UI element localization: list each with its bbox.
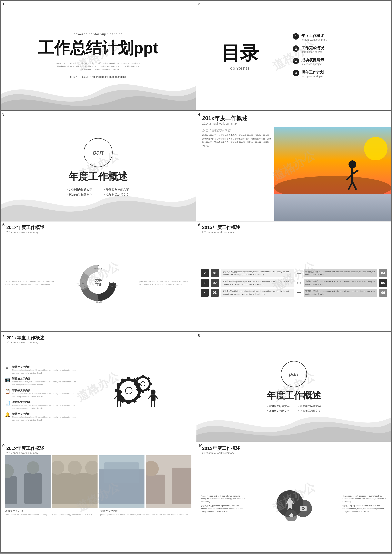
slide-3: 3 道格办公 part 年度工作概述 添加相关标题文字 添加相关标题文字 添加相…	[0, 111, 196, 221]
slide6-text-2: 请替换文字内容 please replace text, click add r…	[221, 279, 294, 287]
slide2-right: 1 年度工作概述 annual work summary 2 工作完成情况 co…	[284, 27, 392, 84]
slide3-big-circle: part	[84, 138, 112, 167]
svg-point-1	[364, 137, 387, 161]
svg-rect-82	[172, 468, 191, 504]
slide-number-5: 5	[2, 223, 5, 227]
slide10-title-cn: 201x年度工作概述	[202, 445, 386, 452]
slide6-text-r2: 请替换文字内容 please replace text, click add r…	[304, 279, 377, 287]
slide3-part-text: part	[93, 149, 103, 156]
slide10-right-1: Please replace text, click add relevant …	[342, 495, 387, 503]
slide-number-10: 10	[198, 443, 203, 448]
svg-text:文字内容: 文字内容	[79, 284, 87, 287]
slide7-header: 201x年度工作概述 201x annual work summary	[0, 332, 196, 345]
slide9-text-title-2: 请替换文字内容	[100, 509, 191, 513]
svg-text:03: 03	[82, 282, 84, 284]
slide2-left: 目录 contents	[196, 0, 284, 110]
slide10-left-1: Please replace text, click add relevant …	[201, 495, 246, 503]
slide6-text-3: 请替换文字内容 please replace text, click add r…	[221, 289, 294, 297]
slide9-img-3	[99, 455, 145, 508]
menu-text-1: 年度工作概述 annual work summary	[301, 33, 327, 41]
slide-grid: 1 道格办公 powerpoint start-up financing 工作总…	[0, 0, 392, 553]
menu-num-2: 2	[293, 45, 299, 52]
slide5-left-text: please replace text, click add relevant …	[5, 280, 57, 286]
slide-number-9: 9	[2, 443, 5, 448]
slide6-num-3: 03	[211, 289, 219, 297]
svg-rect-46	[142, 375, 144, 377]
svg-text:内容: 内容	[95, 282, 102, 286]
slide7-content: 🖥 请替换文字内容 Please replace text, click add…	[0, 345, 196, 442]
slide3-bullet-col1: 添加相关标题文字 添加相关标题文字	[67, 187, 92, 197]
svg-text:文字内容: 文字内容	[110, 284, 118, 287]
slide-4: 4 道格办公 201x年度工作概述 201x annual work summa…	[196, 111, 392, 221]
slide4-body: 请替换文字内容，点击请替换文字内容，请替换文字内容，请替换文字内容，请替换文字内…	[202, 134, 272, 148]
slide7-item-3: 📋 请替换文字内容 Please replace text, click add…	[5, 389, 80, 398]
svg-text:文字内容: 文字内容	[94, 268, 102, 270]
slide7-icon-1: 🖥	[5, 365, 10, 370]
slide6-icon-3: ✔	[201, 289, 209, 297]
svg-point-3	[349, 160, 356, 168]
svg-text:01: 01	[97, 265, 99, 267]
svg-rect-48	[149, 383, 152, 385]
slide-9: 9 道格办公 201x年度工作概述 201x annual work summa…	[0, 442, 196, 552]
slide6-row-1: ✔ 01 请替换文字内容 please replace text, click …	[201, 269, 387, 277]
slide9-img-2	[52, 455, 98, 508]
slide7-text-4: 请替换文字内容 Please replace text, click add r…	[12, 400, 80, 410]
slide4-header: 201x年度工作概述 201x annual work summary	[196, 111, 392, 127]
slide9-title-en: 201x annual work summary	[6, 452, 190, 455]
slide1-author: 汇报人：道格办公 report person: daogebangong	[70, 75, 126, 78]
slide9-text-body-1: please replace text, click add relevant …	[5, 513, 96, 516]
slide7-title-en: 201x annual work summary	[6, 341, 190, 344]
slide1-main-title: 工作总结计划ppt	[38, 37, 158, 59]
slide7-text-3: 请替换文字内容 Please replace text, click add r…	[12, 389, 80, 398]
slide10-left-2: 请替换文字内容 Please replace text, click add r…	[201, 504, 246, 513]
slide3-bullet-2-2: 添加相关标题文字	[104, 193, 129, 197]
svg-line-63	[155, 396, 158, 399]
svg-line-56	[114, 396, 117, 399]
slide5-content: please replace text, click add relevant …	[0, 234, 196, 331]
slide1-desc: please replace text, click add relevant …	[55, 62, 142, 71]
svg-rect-32	[127, 377, 130, 380]
slide7-icon-5: 🔔	[5, 412, 10, 417]
slide5-right-desc: please replace text, click add relevant …	[139, 280, 191, 286]
slide4-click-text: 点击请替换文字内容	[202, 128, 272, 133]
svg-point-54	[117, 390, 122, 394]
slide7-text-1: 请替换文字内容 Please replace text, click add r…	[12, 365, 80, 374]
slide6-row-2: ✔ 02 请替换文字内容 please replace text, click …	[201, 279, 387, 287]
slide4-content: 点击请替换文字内容 请替换文字内容，点击请替换文字内容，请替换文字内容，请替换文…	[196, 127, 392, 221]
slide1-subtitle: powerpoint start-up financing	[73, 32, 123, 36]
slide-2: 2 道格办公 目录 contents 1 年度工作概述 annual work …	[196, 0, 392, 110]
slide-number-1: 1	[2, 2, 5, 6]
slide4-left: 点击请替换文字内容 请替换文字内容，点击请替换文字内容，请替换文字内容，请替换文…	[196, 127, 274, 221]
svg-point-74	[68, 461, 82, 475]
slide3-bullet-col2: 添加相关标题文字 添加相关标题文字	[104, 187, 129, 197]
svg-rect-61	[151, 394, 155, 401]
svg-rect-72	[52, 473, 98, 504]
svg-rect-38	[127, 401, 130, 404]
slide7-visual	[80, 373, 191, 414]
slide5-donut: 01 文字内容 02 文字内容 04 文字内容 03 文字内容 文字 内容	[57, 263, 139, 303]
slide8-bullet-2-2: 添加相关标题文字	[298, 409, 321, 412]
slide7-item-5: 🔔 请替换文字内容 Please replace text, click add…	[5, 412, 80, 421]
slide8-bullet-col2: 添加相关标题文字 添加相关标题文字	[298, 405, 321, 412]
slide6-row-3: ✔ 03 请替换文字内容 please replace text, click …	[201, 289, 387, 297]
slide6-num-r3: 06	[379, 289, 387, 297]
menu-num-4: 4	[293, 70, 299, 76]
svg-point-31	[125, 387, 132, 394]
slide7-icon-4: 📄	[5, 400, 10, 405]
slide8-circle: part 年度工作概述 添加相关标题文字 添加相关标题文字 添加相关标题文字 添…	[267, 361, 321, 412]
slide9-text-col-1: 请替换文字内容 please replace text, click add r…	[5, 509, 96, 516]
slide7-text-5: 请替换文字内容 Please replace text, click add r…	[12, 412, 80, 421]
slide5-left-desc: please replace text, click add relevant …	[5, 280, 57, 286]
slide-number-4: 4	[198, 112, 200, 117]
slide4-right: 点击请替换文字内容	[274, 127, 392, 221]
menu-num-3: 3	[293, 57, 299, 64]
slide-number-2: 2	[198, 2, 200, 6]
slide10-left-text: Please replace text, click add relevant …	[201, 495, 246, 513]
slide7-icon-3: 📋	[5, 389, 10, 394]
menu-num-1: 1	[293, 33, 299, 40]
slide8-bullet-col1: 添加相关标题文字 添加相关标题文字	[267, 405, 289, 412]
slide5-title-en: 201x annual work summary	[6, 231, 190, 234]
slide6-num-r1: 04	[379, 269, 387, 277]
svg-rect-78	[104, 462, 139, 483]
slide5-right-text: please replace text, click add relevant …	[139, 280, 191, 286]
